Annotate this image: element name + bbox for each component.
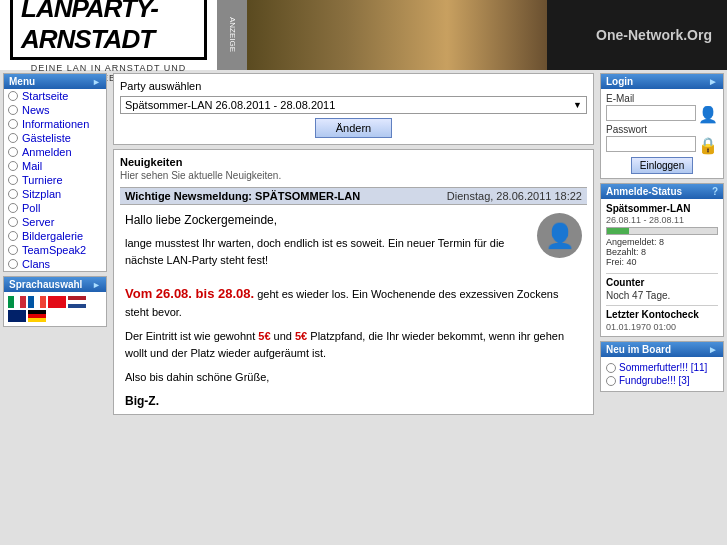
- nav-label: Poll: [22, 202, 40, 214]
- flag-dutch[interactable]: [68, 296, 86, 308]
- bezahlt-label: Bezahlt:: [606, 247, 639, 257]
- news-para3-pre: Der Eintritt ist wie gewohnt: [125, 330, 258, 342]
- nav-item-gaesteliste[interactable]: Gästeliste: [4, 131, 106, 145]
- flag-french[interactable]: [28, 296, 46, 308]
- nav-radio: [8, 133, 18, 143]
- nav-radio: [8, 91, 18, 101]
- neuigkeiten-sub: Hier sehen Sie aktuelle Neuigkeiten.: [120, 170, 587, 181]
- news-header-title: Wichtige Newsmeldung: SPÄTSOMMER-LAN: [125, 190, 360, 202]
- left-sidebar: Menu ► Startseite News Informationen: [0, 70, 110, 545]
- last-check-title: Letzter Kontocheck: [606, 309, 718, 320]
- news-intro: Hallo liebe Zockergemeinde,: [125, 213, 582, 227]
- progress-bar-fill: [607, 228, 629, 234]
- nav-item-poll[interactable]: Poll: [4, 201, 106, 215]
- anmelde-help-icon[interactable]: ?: [712, 186, 718, 197]
- party-dropdown-value: Spätsommer-LAN 26.08.2011 - 28.08.2011: [125, 99, 335, 111]
- forum-item-1[interactable]: Sommerfutter!!! [11]: [606, 361, 718, 374]
- nav-label: Bildergalerie: [22, 230, 83, 242]
- language-arrow[interactable]: ►: [92, 280, 101, 290]
- forum-radio: [606, 376, 616, 386]
- nav-item-startseite[interactable]: Startseite: [4, 89, 106, 103]
- bezahlt-value: 8: [641, 247, 646, 257]
- email-label: E-Mail: [606, 93, 718, 104]
- nav-radio: [8, 189, 18, 199]
- nav-item-anmelden[interactable]: Anmelden: [4, 145, 106, 159]
- login-expand-icon[interactable]: ►: [708, 76, 718, 87]
- nav-label: Clans: [22, 258, 50, 270]
- anzeige-label: ANZEIGE: [228, 17, 237, 52]
- nav-item-informationen[interactable]: Informationen: [4, 117, 106, 131]
- news-euro1: 5€: [258, 330, 270, 342]
- last-check-value: 01.01.1970 01:00: [606, 322, 718, 332]
- flag-german[interactable]: [28, 310, 46, 322]
- flag-italian[interactable]: [8, 296, 26, 308]
- news-header-bar: Wichtige Newsmeldung: SPÄTSOMMER-LAN Die…: [120, 187, 587, 205]
- header-logo: LANPARTY-ARNSTADT DEINE LAN IN ARNSTADT …: [0, 0, 217, 70]
- forum-arrow-icon[interactable]: ►: [708, 344, 718, 355]
- center-content: Party auswählen Spätsommer-LAN 26.08.201…: [110, 70, 597, 545]
- network-name: One-Network.Org: [596, 27, 712, 43]
- bezahlt-stat: Bezahlt: 8: [606, 247, 718, 257]
- party-dropdown[interactable]: Spätsommer-LAN 26.08.2011 - 28.08.2011 ▼: [120, 96, 587, 114]
- flag-turkish[interactable]: [48, 296, 66, 308]
- einloggen-button[interactable]: Einloggen: [631, 157, 693, 174]
- nav-radio: [8, 231, 18, 241]
- counter-title: Counter: [606, 277, 718, 288]
- nav-radio: [8, 175, 18, 185]
- login-title-bar: Login ►: [601, 74, 723, 89]
- email-row: 👤: [606, 105, 718, 124]
- forum-link: Fundgrube!!! [3]: [619, 375, 690, 386]
- counter-value: Noch 47 Tage.: [606, 290, 718, 301]
- section-divider: [606, 273, 718, 274]
- forum-content: Sommerfutter!!! [11] Fundgrube!!! [3]: [601, 357, 723, 391]
- nav-label: Sitzplan: [22, 188, 61, 200]
- menu-title-label: Menu: [9, 76, 35, 87]
- password-input[interactable]: [606, 136, 696, 152]
- news-para3: Der Eintritt ist wie gewohnt 5€ und 5€ P…: [125, 328, 582, 361]
- header: LANPARTY-ARNSTADT DEINE LAN IN ARNSTADT …: [0, 0, 727, 70]
- email-icon: 👤: [698, 105, 718, 124]
- party-select-row: Spätsommer-LAN 26.08.2011 - 28.08.2011 ▼: [120, 96, 587, 114]
- nav-radio: [8, 203, 18, 213]
- andern-button[interactable]: Ändern: [315, 118, 392, 138]
- angemeldet-label: Angemeldet:: [606, 237, 657, 247]
- news-header-date: Dienstag, 28.06.2011 18:22: [447, 190, 582, 202]
- header-anzeige: ANZEIGE: [217, 0, 247, 70]
- nav-label: TeamSpeak2: [22, 244, 86, 256]
- news-para2: Vom 26.08. bis 28.08. geht es wieder los…: [125, 284, 582, 320]
- language-title-bar: Sprachauswahl ►: [4, 277, 106, 292]
- nav-item-sitzplan[interactable]: Sitzplan: [4, 187, 106, 201]
- header-network: One-Network.Org: [547, 0, 727, 70]
- password-icon: 🔒: [698, 136, 718, 155]
- nav-label: Anmelden: [22, 146, 72, 158]
- flag-english[interactable]: [8, 310, 26, 322]
- menu-arrow[interactable]: ►: [92, 77, 101, 87]
- nav-item-bildergalerie[interactable]: Bildergalerie: [4, 229, 106, 243]
- anmelde-title-label: Anmelde-Status: [606, 186, 682, 197]
- nav-item-turniere[interactable]: Turniere: [4, 173, 106, 187]
- nav-radio: [8, 161, 18, 171]
- last-check-section: Letzter Kontocheck 01.01.1970 01:00: [606, 309, 718, 332]
- main-layout: Menu ► Startseite News Informationen: [0, 70, 727, 545]
- nav-item-mail[interactable]: Mail: [4, 159, 106, 173]
- news-para1: lange musstest Ihr warten, doch endlich …: [125, 235, 582, 268]
- anmelde-event-title: Spätsommer-LAN: [606, 203, 718, 214]
- password-label: Passwort: [606, 124, 718, 135]
- nav-list: Startseite News Informationen Gästeliste…: [4, 89, 106, 271]
- nav-radio: [8, 259, 18, 269]
- menu-box: Menu ► Startseite News Informationen: [3, 73, 107, 272]
- party-select-label: Party auswählen: [120, 80, 587, 92]
- neuigkeiten-title: Neuigkeiten: [120, 156, 587, 168]
- nav-item-clans[interactable]: Clans: [4, 257, 106, 271]
- forum-title-bar: Neu im Board ►: [601, 342, 723, 357]
- nav-label: Server: [22, 216, 54, 228]
- nav-item-server[interactable]: Server: [4, 215, 106, 229]
- news-closing: Also bis dahin schöne Grüße,: [125, 369, 582, 386]
- nav-item-news[interactable]: News: [4, 103, 106, 117]
- nav-item-teamspeak2[interactable]: TeamSpeak2: [4, 243, 106, 257]
- forum-item-2[interactable]: Fundgrube!!! [3]: [606, 374, 718, 387]
- login-title-label: Login: [606, 76, 633, 87]
- nav-label: News: [22, 104, 50, 116]
- nav-label: Startseite: [22, 90, 68, 102]
- email-input[interactable]: [606, 105, 696, 121]
